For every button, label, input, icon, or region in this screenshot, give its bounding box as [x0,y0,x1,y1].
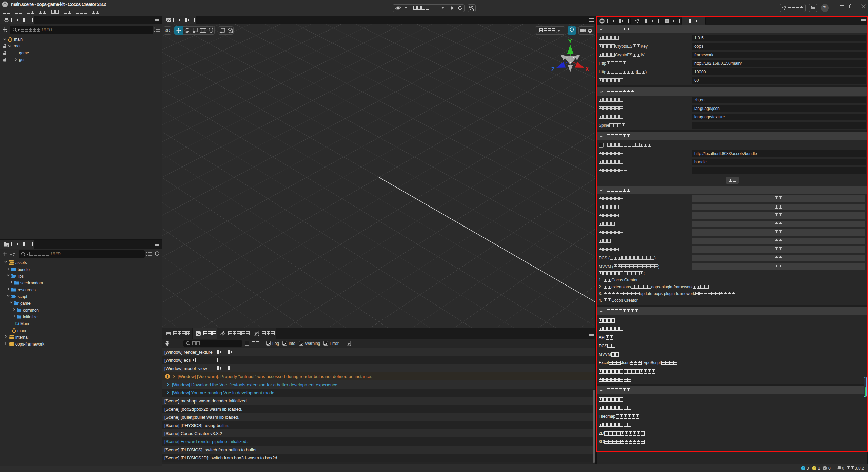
svg-text:X: X [585,66,589,72]
svg-text:Y: Y [568,39,572,44]
svg-text:Z: Z [551,66,555,72]
